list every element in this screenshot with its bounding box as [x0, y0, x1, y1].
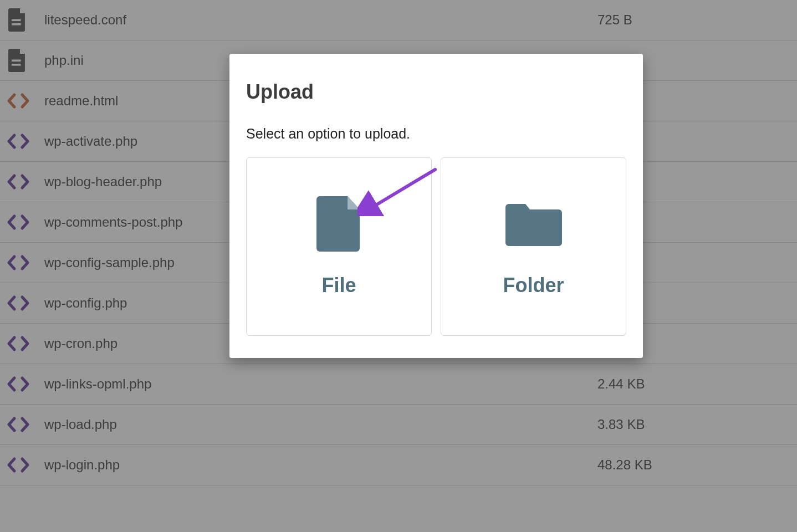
upload-folder-option[interactable]: Folder — [441, 157, 626, 336]
file-icon — [316, 196, 362, 252]
upload-dialog: Upload Select an option to upload. File … — [229, 54, 643, 358]
upload-folder-label: Folder — [503, 274, 564, 297]
upload-options: File Folder — [246, 157, 626, 336]
upload-file-label: File — [321, 274, 356, 297]
dialog-subtitle: Select an option to upload. — [246, 126, 626, 142]
upload-file-option[interactable]: File — [246, 157, 432, 336]
dialog-title: Upload — [246, 80, 626, 104]
folder-icon — [503, 196, 564, 252]
